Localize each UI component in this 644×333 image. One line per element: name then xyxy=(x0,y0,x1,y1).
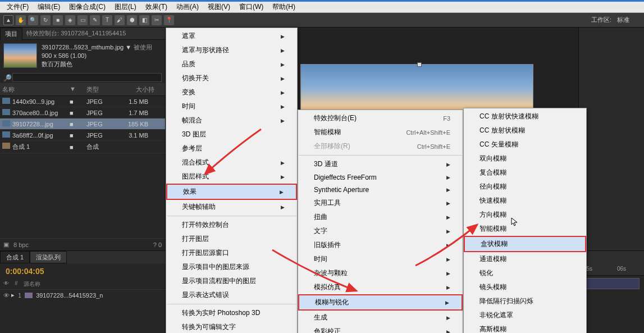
menu-item[interactable]: 智能模糊Ctrl+Alt+Shift+E xyxy=(298,125,463,139)
right-panel xyxy=(578,28,644,250)
menu-item[interactable]: 旧版插件▶ xyxy=(298,238,463,252)
tool-brush[interactable]: 🖌 xyxy=(115,15,125,25)
tool-zoom[interactable]: 🔍 xyxy=(28,15,38,25)
menu-item[interactable]: 3D 通道▶ xyxy=(298,157,463,171)
menu-layer[interactable]: 图层(L) xyxy=(110,1,141,13)
menu-item[interactable]: 通道模糊 xyxy=(464,252,586,266)
menu-item[interactable]: 参考层 xyxy=(166,142,297,156)
menu-item[interactable]: 高斯模糊 xyxy=(464,322,586,333)
menu-item[interactable]: 复合模糊 xyxy=(464,166,586,180)
eye-icon[interactable]: 👁 xyxy=(3,292,11,299)
tool-rect[interactable]: ▭ xyxy=(77,15,88,25)
file-row[interactable]: 1440x90...9.jpg■JPEG1.5 MB xyxy=(0,96,165,107)
tool-selection[interactable]: ▲ xyxy=(3,15,13,25)
menu-item[interactable]: 转换为可编辑文字 xyxy=(166,320,297,333)
menu-item[interactable]: 遮罩▶ xyxy=(166,29,297,43)
tool-puppet[interactable]: 📍 xyxy=(164,15,174,25)
tool-hand[interactable]: ✋ xyxy=(16,15,26,25)
timeline-layer-row[interactable]: 👁 ▸ 1 39107228...54415923_n xyxy=(0,290,165,300)
menu-item[interactable]: 混合模式▶ xyxy=(166,156,297,170)
tool-camera[interactable]: ■ xyxy=(53,15,63,25)
menu-item[interactable]: 3D 图层 xyxy=(166,127,297,142)
project-search[interactable] xyxy=(12,73,162,82)
menu-item[interactable]: 品质▶ xyxy=(166,57,297,71)
menu-item[interactable]: 遮罩与形状路径▶ xyxy=(166,43,297,57)
menu-item[interactable]: 显示表达式错误 xyxy=(166,288,297,302)
col-name[interactable]: 名称 xyxy=(2,85,70,94)
menu-item[interactable]: 切换开关▶ xyxy=(166,71,297,85)
menu-window[interactable]: 窗口(W) xyxy=(235,1,268,13)
tab-effects[interactable]: 特效控制台: 39107284_1411954415 xyxy=(23,28,129,39)
menu-item[interactable]: 模糊与锐化▶ xyxy=(298,294,463,311)
menu-item[interactable]: 显示项目中的图层来源 xyxy=(166,260,297,274)
tool-roto[interactable]: ✂ xyxy=(152,15,162,25)
file-row[interactable]: 合成 1■合成 xyxy=(0,141,165,153)
tool-anchor[interactable]: ◈ xyxy=(65,15,75,25)
menu-item[interactable]: 快速模糊 xyxy=(464,194,586,208)
menu-item[interactable]: Synthetic Aperture▶ xyxy=(298,184,463,196)
menu-item[interactable]: 模拟仿真▶ xyxy=(298,280,463,294)
menu-composition[interactable]: 图像合成(C) xyxy=(65,1,110,13)
tl-tab-render[interactable]: 渲染队列 xyxy=(30,251,67,263)
workspace-value[interactable]: 标准 xyxy=(617,16,629,24)
menu-item[interactable]: 盒状模糊 xyxy=(464,236,586,252)
col-extra[interactable]: 持 xyxy=(148,85,154,94)
menu-item[interactable]: 效果▶ xyxy=(166,184,297,200)
menu-edit[interactable]: 编辑(E) xyxy=(33,1,65,13)
menu-item: 全部移除(R)Ctrl+Shift+E xyxy=(298,139,463,153)
menu-item[interactable]: 打开特效控制台 xyxy=(166,218,297,232)
file-row[interactable]: 370ace80...0.jpg■JPEG1.7 MB xyxy=(0,107,165,118)
bpc-label[interactable]: 8 bpc xyxy=(13,241,29,248)
menu-item[interactable]: 方向模糊 xyxy=(464,208,586,222)
menu-item[interactable]: 图层样式▶ xyxy=(166,170,297,184)
menu-item[interactable]: 实用工具▶ xyxy=(298,196,463,210)
menu-animation[interactable]: 动画(A) xyxy=(172,1,203,13)
menu-view[interactable]: 视图(V) xyxy=(203,1,235,13)
menu-item[interactable]: CC 放射状快速模糊 xyxy=(464,110,586,124)
tab-project[interactable]: 项目 xyxy=(0,28,22,40)
bpc-icon[interactable]: ▣ xyxy=(3,241,9,248)
menu-item[interactable]: 非锐化遮罩 xyxy=(464,308,586,322)
menu-item[interactable]: 转换为实时 Photoshop 3D xyxy=(166,306,297,320)
tool-text[interactable]: T xyxy=(102,15,112,25)
menu-item[interactable]: 生成▶ xyxy=(298,311,463,325)
menu-item[interactable]: Digieffects FreeForm▶ xyxy=(298,171,463,184)
menu-item[interactable]: 帧混合▶ xyxy=(166,113,297,127)
menu-item[interactable]: 降低隔行扫描闪烁 xyxy=(464,294,586,308)
menu-item[interactable]: 打开图层源窗口 xyxy=(166,246,297,260)
col-label[interactable]: ▼ xyxy=(70,85,86,94)
col-type[interactable]: 类型 xyxy=(86,85,117,94)
file-row[interactable]: 3a68ff2...0f.jpg■JPEG3.1 MB xyxy=(0,130,165,141)
menu-item[interactable]: 扭曲▶ xyxy=(298,210,463,224)
effect-submenu: 特效控制台(E)F3智能模糊Ctrl+Alt+Shift+E全部移除(R)Ctr… xyxy=(298,110,463,333)
menu-item[interactable]: 显示项目流程图中的图层 xyxy=(166,274,297,288)
menu-file[interactable]: 文件(F) xyxy=(2,1,33,13)
col-size[interactable]: 大小 xyxy=(117,85,148,94)
menu-item[interactable]: 镜头模糊 xyxy=(464,280,586,294)
tl-tab-comp[interactable]: 合成 1 xyxy=(0,251,30,263)
menu-item[interactable]: 时间▶ xyxy=(298,252,463,266)
preview-thumb xyxy=(3,43,37,68)
menu-item[interactable]: 双向模糊 xyxy=(464,152,586,166)
menu-item[interactable]: CC 矢量模糊 xyxy=(464,138,586,152)
menu-item[interactable]: 打开图层 xyxy=(166,232,297,246)
menu-item[interactable]: 时间▶ xyxy=(166,99,297,113)
current-time[interactable]: 0:00:04:05 xyxy=(0,263,165,279)
menu-item[interactable]: CC 放射状模糊 xyxy=(464,124,586,138)
menu-item[interactable]: 杂波与颗粒▶ xyxy=(298,266,463,280)
menu-item[interactable]: 文字▶ xyxy=(298,224,463,238)
tool-pen[interactable]: ✎ xyxy=(90,15,100,25)
menu-item[interactable]: 径向模糊 xyxy=(464,180,586,194)
menu-help[interactable]: 帮助(H) xyxy=(268,1,300,13)
menu-item[interactable]: 变换▶ xyxy=(166,85,297,99)
tool-stamp[interactable]: ⬢ xyxy=(127,15,137,25)
file-row[interactable]: 39107228...jpg■JPEG185 KB xyxy=(0,118,165,130)
menu-item[interactable]: 关键帧辅助▶ xyxy=(166,200,297,214)
menu-item[interactable]: 锐化 xyxy=(464,266,586,280)
tool-eraser[interactable]: ◧ xyxy=(139,15,149,25)
menu-effect[interactable]: 效果(T) xyxy=(141,1,172,13)
menu-item[interactable]: 色彩校正▶ xyxy=(298,325,463,333)
menu-item[interactable]: 智能模糊 xyxy=(464,222,586,236)
tool-rotate[interactable]: ↻ xyxy=(40,15,51,25)
menu-item[interactable]: 特效控制台(E)F3 xyxy=(298,111,463,125)
